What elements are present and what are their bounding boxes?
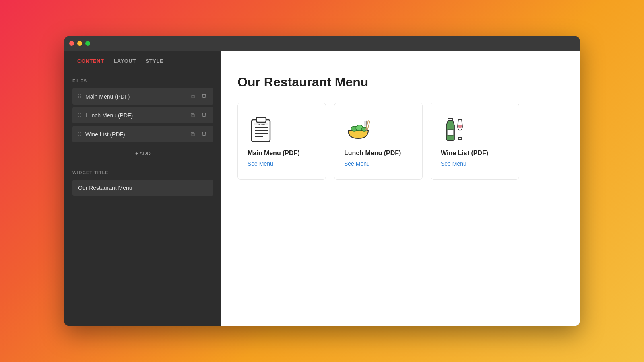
copy-button-3[interactable]: ⧉: [189, 130, 196, 138]
drag-handle-1[interactable]: ⠿: [77, 93, 81, 100]
file-item-3[interactable]: ⠿ Wine List (PDF) ⧉: [72, 126, 213, 142]
widget-title-label: WIDGET TITLE: [72, 170, 213, 175]
delete-button-3[interactable]: [200, 130, 208, 138]
traffic-lights: [69, 41, 90, 46]
sidebar: CONTENT LAYOUT STYLE FILES ⠿ Main Menu (…: [64, 51, 221, 326]
drag-handle-2[interactable]: ⠿: [77, 112, 81, 119]
maximize-button[interactable]: [85, 41, 90, 46]
main-menu-icon: MENU: [248, 115, 276, 143]
minimize-button[interactable]: [77, 41, 82, 46]
file-item-1[interactable]: ⠿ Main Menu (PDF) ⧉: [72, 88, 213, 105]
card-2-link[interactable]: See Menu: [344, 160, 370, 167]
preview-content: Our Restaurant Menu: [221, 51, 580, 326]
file-item-2[interactable]: ⠿ Lunch Menu (PDF) ⧉: [72, 107, 213, 123]
svg-text:MENU: MENU: [258, 123, 265, 126]
preview-area: Our Restaurant Menu: [221, 51, 580, 326]
file-name-2: Lunch Menu (PDF): [85, 112, 189, 119]
tab-content[interactable]: CONTENT: [72, 51, 109, 70]
menu-card-2: Lunch Menu (PDF) See Menu: [334, 103, 423, 180]
copy-button-2[interactable]: ⧉: [189, 111, 196, 119]
tab-layout[interactable]: LAYOUT: [109, 51, 140, 70]
card-3-link[interactable]: See Menu: [441, 160, 466, 167]
menu-card-1: MENU Main Menu (PDF) See Menu: [237, 103, 326, 180]
file-name-3: Wine List (PDF): [85, 131, 189, 138]
file-name-1: Main Menu (PDF): [85, 93, 189, 100]
files-section: FILES ⠿ Main Menu (PDF) ⧉: [64, 70, 221, 162]
card-1-title: Main Menu (PDF): [248, 150, 316, 157]
restaurant-title: Our Restaurant Menu: [237, 75, 564, 90]
card-2-title: Lunch Menu (PDF): [344, 150, 413, 157]
svg-rect-17: [447, 130, 454, 135]
file-actions-1: ⧉: [189, 92, 208, 101]
menu-cards: MENU Main Menu (PDF) See Menu: [237, 103, 564, 180]
wine-list-icon: [441, 115, 469, 143]
lunch-menu-icon: [344, 115, 372, 143]
titlebar: [64, 36, 580, 51]
drag-handle-3[interactable]: ⠿: [77, 131, 81, 138]
app-window: CONTENT LAYOUT STYLE FILES ⠿ Main Menu (…: [64, 36, 580, 326]
file-actions-3: ⧉: [189, 130, 208, 138]
delete-button-2[interactable]: [200, 111, 208, 119]
card-1-link[interactable]: See Menu: [248, 160, 273, 167]
close-button[interactable]: [69, 41, 74, 46]
file-actions-2: ⧉: [189, 111, 208, 119]
add-file-button[interactable]: + ADD: [72, 145, 213, 162]
window-body: CONTENT LAYOUT STYLE FILES ⠿ Main Menu (…: [64, 51, 580, 326]
tab-style[interactable]: STYLE: [141, 51, 168, 70]
card-3-title: Wine List (PDF): [441, 150, 509, 157]
widget-title-section: WIDGET TITLE: [64, 162, 221, 204]
svg-rect-1: [256, 117, 266, 122]
menu-card-3: Wine List (PDF) See Menu: [431, 103, 519, 180]
files-section-label: FILES: [72, 78, 213, 83]
widget-title-input[interactable]: [72, 180, 213, 196]
delete-button-1[interactable]: [200, 92, 208, 101]
copy-button-1[interactable]: ⧉: [189, 92, 196, 101]
tabs-bar: CONTENT LAYOUT STYLE: [64, 51, 221, 70]
